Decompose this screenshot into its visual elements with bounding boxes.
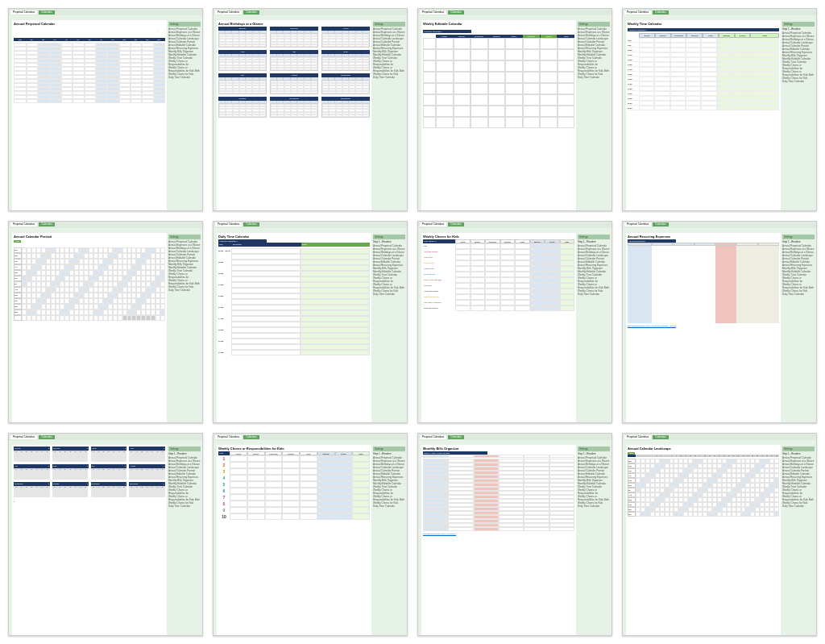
setting-link[interactable]: Daily Time Calendar xyxy=(168,76,201,79)
setting-link[interactable]: Daily Time Calendar xyxy=(373,293,405,296)
land-head: 1234567891011121314151617181920212223242… xyxy=(628,455,779,457)
month-minis-12: January▸MTWTFSSFebruary▸MTWTFSSMarch▸MTW… xyxy=(14,447,165,497)
sub xyxy=(14,27,165,28)
setting-link[interactable]: Weekly Chores or Responsibilities for Ki… xyxy=(373,66,405,73)
desc-bar: [ Calendar description ] xyxy=(423,30,471,33)
setting-link[interactable]: Weekly Chores or Responsibilities for xyxy=(168,272,201,279)
template-thumb-bills[interactable]: Perpetual CalendarsCalendars Monthly Bil… xyxy=(417,433,612,636)
setting-link[interactable]: Weekly Chores or Responsibilities for Ki… xyxy=(373,495,405,501)
setting-link[interactable]: Daily Time Calendar xyxy=(168,289,201,292)
setting-link[interactable]: Daily Time Calendar xyxy=(782,80,815,83)
title: Monthly Bills Organizer xyxy=(423,447,574,451)
year-bar: Year JanFebMar AprMayJun JulAugSep OctNo… xyxy=(14,38,165,41)
canvas: Annual Perpetual Calendar ⌂⌂☼☼ Year JanF… xyxy=(12,20,167,210)
title: Annual Perpetual Calendar xyxy=(14,22,165,26)
setting-link[interactable]: Daily Time Calendar xyxy=(782,293,815,296)
setting-link[interactable]: Weekly Chores or Responsibilities for Ki… xyxy=(373,283,405,289)
month-minis: JanuaryFebruaryMarchAprilMayJuneJulyAugu… xyxy=(218,27,370,118)
title: Weekly Time Calendar xyxy=(628,22,779,26)
template-thumb-weekly-time[interactable]: Perpetual CalendarsCalendars Weekly Time… xyxy=(622,8,817,211)
setting-link[interactable]: Weekly Chores or Responsibilities for Ki… xyxy=(782,70,815,77)
title: Weekly Editable Calendar xyxy=(423,22,574,26)
app-name: Perpetual Calendars xyxy=(10,10,37,15)
setting-link[interactable]: Daily Time Calendar xyxy=(578,293,610,296)
setting-link[interactable]: Weekly Chores or Responsibilities for Ki… xyxy=(578,495,610,501)
year-grid xyxy=(14,43,165,103)
title: Weekly Chores or Responsibilities for Ki… xyxy=(218,447,370,451)
toolbar: Perpetual Calendars Calendars xyxy=(9,9,202,15)
tab[interactable]: Calendars xyxy=(39,10,55,15)
title: Annual Birthdays at a Glance xyxy=(218,22,370,26)
template-thumb-chores-kids[interactable]: Perpetual CalendarsCalendars Weekly Chor… xyxy=(417,221,612,424)
title: Annual Recurring Expenses xyxy=(628,235,779,239)
settings-btn[interactable]: Settings xyxy=(168,22,201,27)
title: Annual Calendar Landscape xyxy=(628,447,779,451)
template-thumb-birthdays[interactable]: Perpetual CalendarsCalendars Annual Birt… xyxy=(213,8,408,211)
setting-link[interactable]: Weekly Chores or Responsibilities for Ki… xyxy=(168,66,201,73)
setting-link[interactable]: Weekly Chores or Responsibilities for Ki… xyxy=(578,66,610,73)
setting-link[interactable]: Weekly Chores or Responsibilities for xyxy=(782,488,815,495)
setting-link[interactable]: Weekly Chores or Responsibilities for xyxy=(168,60,201,66)
template-thumb-annual-perpetual[interactable]: Perpetual Calendars Calendars Annual Per… xyxy=(8,8,203,211)
template-thumb-recurring-expenses[interactable]: Perpetual CalendarsCalendars Annual Recu… xyxy=(622,221,817,424)
setting-link[interactable]: Daily Time Calendar xyxy=(373,505,405,508)
setting-link[interactable]: Weekly Chores or Responsibilities for xyxy=(168,488,201,495)
link[interactable]: https://google.com/url?q=https://v.42.co… xyxy=(628,325,779,326)
template-thumb-annual-landscape[interactable]: Perpetual CalendarsCalendars Annual Cale… xyxy=(622,433,817,636)
setting-link[interactable]: Weekly Chores or Responsibilities for xyxy=(373,60,405,66)
link[interactable] xyxy=(14,499,165,501)
template-thumb-annual-portrait[interactable]: Perpetual CalendarsCalendars Annual Cale… xyxy=(8,221,203,424)
setting-link[interactable]: Weekly Chores or Responsibilities for xyxy=(373,276,405,283)
setting-link[interactable]: Weekly Chores or Responsibilities for xyxy=(578,488,610,495)
link[interactable]: https://google.com/url?q=https://v.42.co… xyxy=(423,533,574,534)
setting-link[interactable]: Weekly Chores or Responsibilities for Ki… xyxy=(782,495,815,501)
chores-grid: EatMorning routineMake bedClean roomHome… xyxy=(423,243,574,311)
week-body: 8:009:0010:0011:0012:0013:0014:0015:0016… xyxy=(628,38,779,110)
setting-link[interactable]: Weekly Chores or Responsibilities for xyxy=(782,276,815,283)
template-thumb-weekly-editable[interactable]: Perpetual CalendarsCalendars Weekly Edit… xyxy=(417,8,612,211)
setting-link[interactable]: Weekly Chores or Responsibilities for Ki… xyxy=(168,495,201,501)
title: Annual Calendar Portrait xyxy=(14,235,165,239)
template-thumb-12month[interactable]: Perpetual CalendarsCalendars January▸MTW… xyxy=(8,433,203,636)
setting-link[interactable]: Weekly Chores or Responsibilities for xyxy=(373,488,405,495)
setting-link[interactable]: Weekly Chores or Responsibilities for Ki… xyxy=(578,283,610,289)
title: Daily Time Calendar xyxy=(218,235,370,239)
setting-link[interactable]: Daily Time Calendar xyxy=(578,505,610,508)
daily-bar: Time Description Notes xyxy=(218,243,370,247)
setting-link[interactable]: Weekly Chores or Responsibilities for xyxy=(578,276,610,283)
setting-link[interactable]: Daily Time Calendar xyxy=(782,505,815,508)
nums-grid: 12345678910 xyxy=(218,455,370,520)
setting-link[interactable]: Weekly Chores or Responsibilities for Ki… xyxy=(782,283,815,289)
setting-link[interactable]: Weekly Chores or Responsibilities for xyxy=(782,64,815,70)
setting-link[interactable]: Daily Time Calendar xyxy=(168,505,201,508)
setting-link[interactable]: Daily Time Calendar xyxy=(373,76,405,79)
rightcol: Settings Annual Perpetual CalendarAnnual… xyxy=(167,20,202,210)
template-thumb-daily-time[interactable]: Perpetual CalendarsCalendars Daily Time … xyxy=(213,221,408,424)
title: Weekly Chores for Kids xyxy=(423,235,574,239)
template-thumb-chores-resp[interactable]: Perpetual CalendarsCalendars Weekly Chor… xyxy=(213,433,408,636)
setting-link[interactable]: Weekly Chores or Responsibilities for xyxy=(578,60,610,66)
setting-link[interactable]: Weekly Chores or Responsibilities for Ki… xyxy=(168,279,201,285)
setting-link[interactable]: Daily Time Calendar xyxy=(578,76,610,79)
